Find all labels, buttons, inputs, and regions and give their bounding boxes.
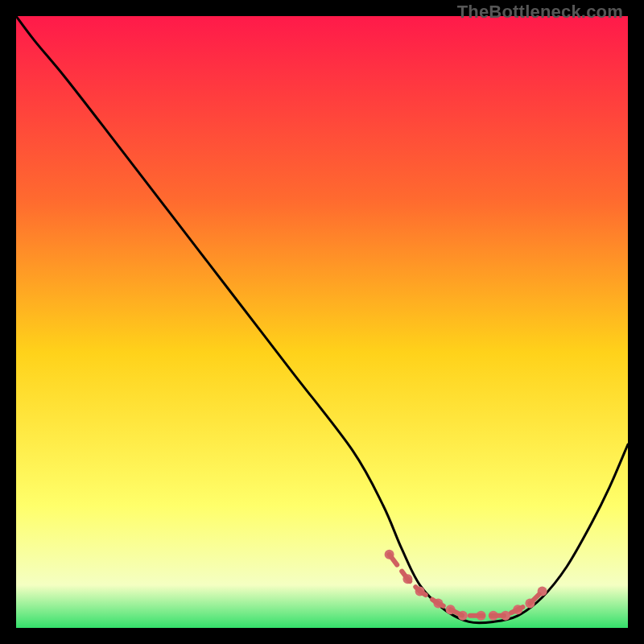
chart-frame — [16, 16, 628, 628]
watermark-text: TheBottleneck.com — [457, 2, 623, 23]
bottleneck-chart — [16, 16, 628, 628]
gradient-background — [16, 16, 628, 628]
